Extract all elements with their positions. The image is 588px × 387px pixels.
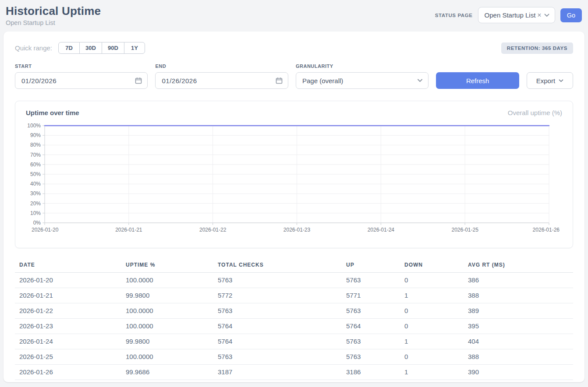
table-cell: 389: [464, 303, 573, 319]
status-page-select[interactable]: Open Startup List ×: [478, 7, 555, 23]
chart-legend-label: Overall uptime (%): [508, 109, 562, 116]
go-button[interactable]: Go: [560, 8, 582, 22]
table-cell: 0: [400, 303, 464, 319]
quick-range-1y[interactable]: 1Y: [124, 42, 145, 54]
chart-title: Uptime over time: [26, 109, 79, 116]
start-date-value: 01/20/2026: [21, 77, 57, 84]
uptime-table: DATEUPTIME %TOTAL CHECKSUPDOWNAVG RT (MS…: [15, 258, 573, 380]
table-cell: 388: [464, 288, 573, 303]
table-cell: 386: [464, 273, 573, 288]
table-cell: 5763: [342, 303, 400, 319]
table-cell: 99.9686: [121, 365, 213, 380]
export-button[interactable]: Export: [527, 72, 573, 89]
svg-text:60%: 60%: [30, 162, 41, 168]
granularity-selected-value: Page (overall): [302, 77, 343, 84]
quick-range-7d[interactable]: 7D: [58, 42, 80, 54]
table-cell: 0: [400, 319, 464, 334]
column-header: UPTIME %: [121, 258, 213, 273]
table-cell: 100.0000: [121, 273, 213, 288]
table-cell: 100.0000: [121, 319, 213, 334]
page-subtitle: Open Startup List: [6, 19, 101, 26]
header-right: STATUS PAGE Open Startup List × Go: [435, 7, 582, 23]
uptime-chart-card: Uptime over time Overall uptime (%) 100%…: [15, 101, 573, 248]
table-cell: 390: [464, 365, 573, 380]
column-header: DATE: [15, 258, 121, 273]
table-body: 2026-01-20100.00005763576303862026-01-21…: [15, 273, 573, 380]
quick-range-90d[interactable]: 90D: [102, 42, 124, 54]
end-date-input[interactable]: 01/26/2026: [155, 72, 288, 89]
table-cell: 404: [464, 334, 573, 349]
granularity-label: GRANULARITY: [296, 63, 429, 69]
status-page-selected-value: Open Startup List: [485, 11, 536, 19]
column-header: UP: [342, 258, 400, 273]
controls-row: START 01/20/2026 END 01/26/2026: [15, 63, 573, 89]
svg-text:2026-01-23: 2026-01-23: [283, 227, 311, 233]
table-row: 2026-01-22100.0000576357630389: [15, 303, 573, 319]
table-cell: 5763: [213, 349, 342, 365]
column-header: DOWN: [400, 258, 464, 273]
quick-range-label: Quick range:: [15, 44, 52, 52]
table-cell: 3186: [342, 365, 400, 380]
table-cell: 5771: [342, 288, 400, 303]
table-row: 2026-01-2499.9800576457631404: [15, 334, 573, 349]
svg-text:2026-01-20: 2026-01-20: [32, 227, 59, 233]
table-cell: 5764: [213, 319, 342, 334]
table-cell: 2026-01-24: [15, 334, 121, 349]
export-button-label: Export: [536, 77, 555, 84]
table-cell: 100.0000: [121, 349, 213, 365]
table-cell: 2026-01-23: [15, 319, 121, 334]
quick-range-30d[interactable]: 30D: [79, 42, 102, 54]
svg-text:20%: 20%: [30, 201, 41, 207]
table-cell: 395: [464, 319, 573, 334]
table-cell: 5764: [342, 319, 400, 334]
table-cell: 1: [400, 288, 464, 303]
retention-badge: RETENTION: 365 DAYS: [501, 42, 573, 54]
status-page-label: STATUS PAGE: [435, 13, 473, 18]
svg-text:70%: 70%: [30, 152, 41, 158]
clear-selection-icon[interactable]: ×: [537, 11, 541, 19]
table-cell: 0: [400, 349, 464, 365]
column-header: AVG RT (MS): [464, 258, 573, 273]
table-cell: 5763: [342, 273, 400, 288]
table-cell: 1: [400, 334, 464, 349]
end-label: END: [155, 63, 288, 69]
table-row: 2026-01-2199.9800577257711388: [15, 288, 573, 303]
svg-text:80%: 80%: [30, 142, 41, 148]
page-title: Historical Uptime: [6, 4, 101, 18]
table-cell: 5763: [213, 273, 342, 288]
table-row: 2026-01-20100.0000576357630386: [15, 273, 573, 288]
svg-text:100%: 100%: [27, 123, 41, 129]
table-cell: 5764: [213, 334, 342, 349]
main-panel: Quick range: 7D30D90D1Y RETENTION: 365 D…: [4, 32, 584, 382]
svg-text:10%: 10%: [30, 210, 41, 216]
table-cell: 99.9800: [121, 288, 213, 303]
svg-text:2026-01-25: 2026-01-25: [451, 227, 478, 233]
granularity-select[interactable]: Page (overall): [296, 72, 429, 89]
table-row: 2026-01-2699.9686318731861390: [15, 365, 573, 380]
table-cell: 5763: [342, 334, 400, 349]
calendar-icon[interactable]: [135, 77, 142, 84]
table-cell: 5763: [342, 349, 400, 365]
refresh-button[interactable]: Refresh: [436, 72, 519, 89]
table-cell: 5763: [213, 303, 342, 319]
table-row: 2026-01-25100.0000576357630388: [15, 349, 573, 365]
calendar-icon[interactable]: [276, 77, 283, 84]
table-cell: 2026-01-22: [15, 303, 121, 319]
table-cell: 3187: [213, 365, 342, 380]
svg-text:2026-01-26: 2026-01-26: [533, 227, 560, 233]
table-cell: 5772: [213, 288, 342, 303]
quick-range-group: 7D30D90D1Y: [58, 42, 145, 54]
table-row: 2026-01-23100.0000576457640395: [15, 319, 573, 334]
svg-text:2026-01-24: 2026-01-24: [368, 227, 395, 233]
column-header: TOTAL CHECKS: [213, 258, 342, 273]
table-header: DATEUPTIME %TOTAL CHECKSUPDOWNAVG RT (MS…: [15, 258, 573, 273]
svg-text:30%: 30%: [30, 190, 41, 197]
table-cell: 388: [464, 349, 573, 365]
table-cell: 100.0000: [121, 303, 213, 319]
end-date-value: 01/26/2026: [162, 77, 197, 84]
top-header: Historical Uptime Open Startup List STAT…: [0, 0, 588, 28]
table-cell: 2026-01-20: [15, 273, 121, 288]
start-date-input[interactable]: 01/20/2026: [15, 72, 148, 89]
table-cell: 2026-01-26: [15, 365, 121, 380]
start-label: START: [15, 63, 148, 69]
